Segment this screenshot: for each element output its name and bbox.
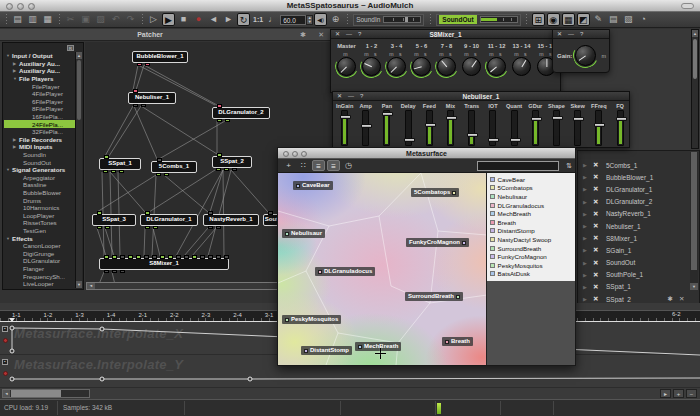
soundout-label[interactable]: SoundOut [439,15,476,24]
snapshot-row[interactable]: Nebulisaur [490,192,575,201]
soundout-meter[interactable] [480,16,518,23]
node-port[interactable] [225,119,230,123]
param-slider[interactable] [574,110,581,146]
channel-gain-knob[interactable] [437,57,456,76]
param-slider[interactable] [405,110,412,146]
node-port[interactable] [176,255,181,259]
window-close-icon[interactable]: ✕ [335,31,340,38]
channel-gain-knob[interactable] [462,57,481,76]
disclosure-triangle-icon[interactable]: ▶ [583,235,593,241]
slider-handle[interactable] [467,133,478,137]
palette-tree-item[interactable]: FrequencySh... [4,272,76,280]
node-port[interactable] [152,255,157,259]
node-port[interactable] [216,168,221,172]
window-help-icon[interactable]: ? [580,31,583,38]
param-slider[interactable] [383,110,390,146]
play-small-icon[interactable]: ▸ [660,389,671,398]
detail-view-icon[interactable]: ≡ [327,160,340,171]
disclosure-triangle-icon[interactable]: ▶ [583,174,593,180]
disclosure-triangle-icon[interactable]: ▶ [583,211,593,217]
window-help-icon[interactable]: ? [360,93,363,100]
disclosure-triangle-icon[interactable]: ▶ [583,199,593,205]
channel-gain-knob[interactable] [387,57,406,76]
metasurface-titlebar[interactable]: Metasurface [278,148,575,159]
contraption-row[interactable]: ▶ ✕ Nebuliser_1 [578,220,699,232]
slider-handle[interactable] [425,123,436,127]
palette-tree-item[interactable]: Flanger [4,265,76,273]
channel-gain-knob[interactable] [362,57,381,76]
node-port[interactable] [184,255,189,259]
snapshot-row[interactable]: DLGranuladocus [490,201,575,210]
snapshot-row[interactable]: NastyDactyl Swoop [490,235,575,244]
node-port[interactable] [160,255,165,259]
palette-tree-item[interactable]: FilePlayer [4,82,76,90]
patcher-gear-icon[interactable]: ✱ [300,31,306,39]
palette-tree-item[interactable]: BubbleBlower [4,189,76,197]
network-icon[interactable]: ⊕ [329,13,342,26]
palette-tree-item[interactable]: ▶ MIDI Inputs [4,143,76,151]
node-port[interactable] [104,255,109,259]
window-collapse-icon[interactable]: — [568,31,574,38]
node-port[interactable] [156,173,161,177]
scrollbar-thumb[interactable] [691,152,697,270]
snapshot-row[interactable]: SurroundBreath [490,244,575,253]
soundin-label[interactable]: SoundIn [356,16,380,23]
channel-gain-knob[interactable] [412,57,431,76]
palette-tree-item[interactable]: 24FilePla... [4,120,76,128]
node-port[interactable] [217,119,222,123]
node-port[interactable] [105,226,110,230]
toolbar-drag-handle[interactable] [428,14,432,26]
node-port[interactable] [119,170,124,174]
disclosure-triangle-icon[interactable]: ▶ [583,284,593,290]
node-port[interactable] [97,211,102,215]
palette-tree-item[interactable]: TestGen [4,227,76,235]
patcher-node[interactable]: SSpat_3 [92,214,136,226]
palette-filter-icon[interactable]: R [67,45,74,51]
window-close-icon[interactable]: ✕ [337,93,342,100]
node-port[interactable] [133,104,138,108]
play-button[interactable]: ▶ [162,13,175,26]
play-outline-icon[interactable]: ▷ [147,13,160,26]
delete-x-icon[interactable]: ✕ [593,198,606,206]
disclosure-triangle-icon[interactable]: ▶ [583,272,593,278]
delete-x-icon[interactable]: ✕ [593,295,606,303]
snapshot-surface-label[interactable]: SurroundBreath [405,292,463,301]
track-x-record-dot[interactable] [3,338,8,343]
palette-tree-item[interactable]: 32FilePla... [4,128,76,136]
snapshot-row[interactable]: FunkyCroMagnon [490,252,575,261]
slider-handle[interactable] [552,116,563,120]
contraption-row[interactable]: ▶ ✕ SouthPole_1 [578,269,699,281]
channel-gain-knob[interactable] [337,57,356,76]
scroll-up-icon[interactable]: ▲ [76,52,82,59]
palette-tree-item[interactable]: CanonLooper [4,242,76,250]
automation-hscrollbar[interactable]: ◄ [2,389,90,398]
slider-handle[interactable] [382,112,393,116]
slider-handle[interactable] [446,116,457,120]
contraption-row[interactable]: ▶ ✕ NastyReverb_1 [578,208,699,220]
slider-handle[interactable] [361,124,372,128]
palette-tree-item[interactable]: SoundIn [4,151,76,159]
panel-tool-icon[interactable]: ▤ [607,13,620,26]
delete-x-icon[interactable]: ✕ [593,283,606,291]
palette-tree-item[interactable]: LiveLooper [4,280,76,288]
snapshot-search-input[interactable] [477,161,559,171]
node-port[interactable] [208,226,213,230]
contraption-row[interactable]: ▶ ✕ S8Mixer_1 [578,232,699,244]
patcher-node[interactable]: S8Mixer_1 [99,258,229,270]
dock-scrollbar[interactable]: ▲ [691,29,699,149]
param-slider[interactable] [426,110,433,146]
snapshot-row[interactable]: 5Combatops [490,184,575,193]
channel-gain-knob[interactable] [512,57,531,76]
node-port[interactable] [133,89,138,93]
palette-tree-item[interactable]: ▼ Effects [4,234,76,242]
palette-tree-item[interactable]: 6FilePlayer [4,98,76,106]
view-metasurface-button[interactable]: ◉ [547,13,560,26]
gain-knob[interactable] [575,45,596,66]
patcher-node[interactable]: Nebuliser_1 [128,92,176,104]
contraption-row[interactable]: ▶ ✕ BubbleBlower_1 [578,171,699,183]
palette-tree-item[interactable]: ▼ Signal Generators [4,166,76,174]
contraption-row[interactable]: ▶ ✕ DLGranulator_2 [578,196,699,208]
skip-start-button[interactable]: ◄ [207,13,220,26]
node-port[interactable] [164,173,169,177]
snapshot-surface-label[interactable]: 5Combatops [411,188,459,197]
